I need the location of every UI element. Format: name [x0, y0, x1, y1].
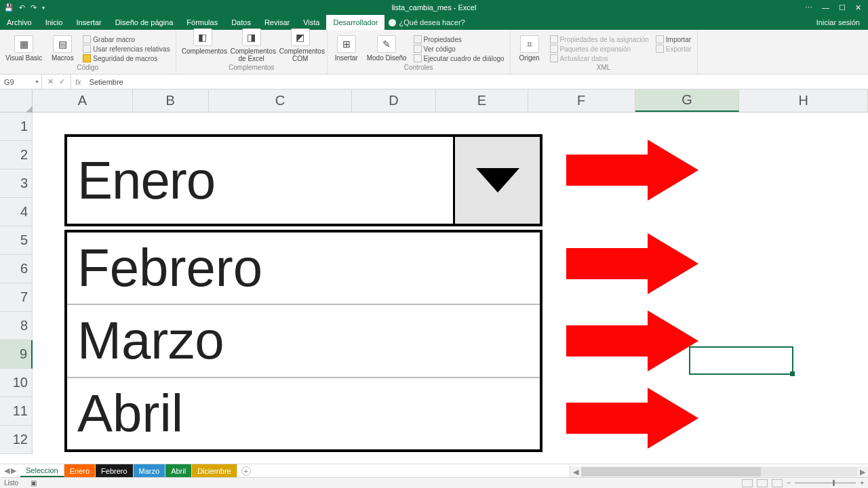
export-icon	[656, 45, 664, 53]
row-header[interactable]: 11	[0, 397, 33, 426]
sheet-tab-enero[interactable]: Enero	[64, 464, 96, 477]
row-header[interactable]: 10	[0, 369, 33, 397]
cancel-formula-icon[interactable]: ✕	[47, 77, 54, 86]
column-header[interactable]: H	[739, 89, 868, 112]
view-code-button[interactable]: Ver código	[414, 45, 505, 53]
sheet-tab-seleccion[interactable]: Seleccion	[20, 464, 64, 477]
maximize-button[interactable]: ☐	[839, 3, 846, 12]
row-header[interactable]: 4	[0, 198, 33, 226]
status-ready: Listo	[4, 479, 18, 487]
column-header[interactable]: C	[209, 89, 353, 112]
sheet-nav[interactable]: ◀▶	[0, 466, 20, 475]
record-macro-button[interactable]: Grabar macro	[83, 35, 170, 43]
xml-map-props-button[interactable]: Propiedades de la asignación	[550, 35, 649, 43]
row-header[interactable]: 5	[0, 226, 33, 255]
tab-inicio[interactable]: Inicio	[39, 15, 70, 30]
view-normal-icon[interactable]	[742, 479, 753, 487]
sheet-tab-marzo[interactable]: Marzo	[134, 464, 166, 477]
sheet-tab-febrero[interactable]: Febrero	[96, 464, 134, 477]
xml-source-icon: ⌗	[520, 35, 539, 53]
sheet-surface[interactable]: Enero Febrero Marzo Abril	[33, 113, 868, 464]
minimize-button[interactable]: —	[822, 3, 829, 12]
scroll-thumb[interactable]	[581, 467, 761, 476]
tell-me-search[interactable]: ¿Qué desea hacer?	[389, 18, 465, 26]
month-dropdown[interactable]: Enero	[64, 134, 542, 226]
sheet-tab-abril[interactable]: Abril	[165, 464, 192, 477]
tab-desarrollador[interactable]: Desarrollador	[326, 15, 384, 30]
save-icon[interactable]: 💾	[4, 3, 14, 12]
new-sheet-button[interactable]: +	[241, 466, 251, 476]
scroll-left-icon[interactable]: ◀	[570, 468, 581, 476]
tab-revisar[interactable]: Revisar	[258, 15, 296, 30]
column-header[interactable]: B	[133, 89, 209, 112]
row-header[interactable]: 2	[0, 141, 33, 169]
redo-icon[interactable]: ↷	[31, 3, 37, 12]
view-page-break-icon[interactable]	[772, 479, 783, 487]
run-dialog-button[interactable]: Ejecutar cuadro de diálogo	[414, 54, 505, 62]
tab-vista[interactable]: Vista	[296, 15, 326, 30]
active-cell[interactable]	[689, 346, 793, 375]
column-header[interactable]: D	[352, 89, 436, 112]
month-dropdown-button[interactable]	[453, 137, 540, 224]
quick-access-toolbar[interactable]: 💾 ↶ ↷ ▾	[0, 3, 45, 12]
name-box[interactable]: G9▼	[0, 75, 42, 89]
row-header[interactable]: 9	[0, 340, 33, 369]
formula-value[interactable]: Setiembre	[85, 78, 123, 86]
qat-more-icon[interactable]: ▾	[42, 5, 45, 11]
view-page-layout-icon[interactable]	[757, 479, 768, 487]
macros-button[interactable]: ▤Macros	[49, 35, 76, 62]
fx-icon[interactable]: fx	[71, 78, 85, 86]
macro-record-status-icon[interactable]: ▣	[31, 479, 37, 487]
addins-button[interactable]: ◧Complementos	[182, 28, 224, 55]
relative-refs-button[interactable]: Usar referencias relativas	[83, 45, 170, 53]
relative-refs-icon	[83, 45, 91, 53]
list-item[interactable]: Marzo	[67, 305, 540, 378]
row-header[interactable]: 3	[0, 169, 33, 198]
column-header[interactable]: A	[33, 89, 133, 112]
xml-import-button[interactable]: Importar	[656, 35, 692, 43]
spreadsheet-grid[interactable]: ABCDEFGH 123456789101112 Enero Febrero M…	[0, 89, 868, 464]
ribbon-options-icon[interactable]: ⋯	[805, 3, 812, 12]
column-header[interactable]: G	[635, 89, 740, 112]
xml-refresh-button[interactable]: Actualizar datos	[550, 54, 649, 62]
import-icon	[656, 35, 664, 43]
tab-datos[interactable]: Datos	[224, 15, 258, 30]
zoom-slider[interactable]	[795, 482, 856, 484]
close-button[interactable]: ✕	[855, 3, 861, 12]
com-addins-button[interactable]: ◩Complementos COM	[279, 28, 321, 62]
row-header[interactable]: 7	[0, 283, 33, 312]
scroll-right-icon[interactable]: ▶	[857, 468, 868, 476]
row-header[interactable]: 1	[0, 113, 33, 141]
column-header[interactable]: F	[528, 89, 635, 112]
row-header[interactable]: 6	[0, 255, 33, 283]
row-headers[interactable]: 123456789101112	[0, 113, 33, 454]
visual-basic-button[interactable]: ▦Visual Basic	[5, 35, 42, 62]
list-item[interactable]: Abril	[67, 378, 540, 449]
row-header[interactable]: 12	[0, 426, 33, 454]
xml-source-button[interactable]: ⌗Origen	[516, 35, 543, 62]
row-header[interactable]: 8	[0, 312, 33, 340]
design-mode-button[interactable]: ✎Modo Diseño	[367, 35, 407, 62]
insert-control-button[interactable]: ⊞Insertar	[333, 35, 360, 62]
xml-export-button[interactable]: Exportar	[656, 45, 692, 53]
zoom-out-button[interactable]: −	[787, 479, 791, 487]
undo-icon[interactable]: ↶	[19, 3, 25, 12]
excel-addins-button[interactable]: ◨Complementos de Excel	[231, 28, 273, 62]
month-dropdown-list[interactable]: Febrero Marzo Abril	[64, 230, 542, 452]
tab-archivo[interactable]: Archivo	[0, 15, 39, 30]
properties-button[interactable]: Propiedades	[414, 35, 505, 43]
ribbon-group-code: ▦Visual Basic ▤Macros Grabar macro Usar …	[0, 30, 176, 74]
zoom-in-button[interactable]: +	[860, 479, 864, 487]
column-header[interactable]: E	[436, 89, 528, 112]
enter-formula-icon[interactable]: ✓	[59, 77, 65, 86]
column-headers[interactable]: ABCDEFGH	[0, 89, 868, 113]
xml-expansion-button[interactable]: Paquetes de expansión	[550, 45, 649, 53]
tab-diseno-pagina[interactable]: Diseño de página	[108, 15, 180, 30]
macro-security-button[interactable]: Seguridad de macros	[83, 54, 170, 62]
horizontal-scrollbar[interactable]: ◀ ▶	[570, 466, 868, 477]
tab-insertar[interactable]: Insertar	[69, 15, 108, 30]
tab-formulas[interactable]: Fórmulas	[180, 15, 224, 30]
sheet-tab-diciembre[interactable]: Diciembre	[192, 464, 237, 477]
sign-in-link[interactable]: Iniciar sesión	[816, 18, 868, 26]
list-item[interactable]: Febrero	[67, 232, 540, 305]
